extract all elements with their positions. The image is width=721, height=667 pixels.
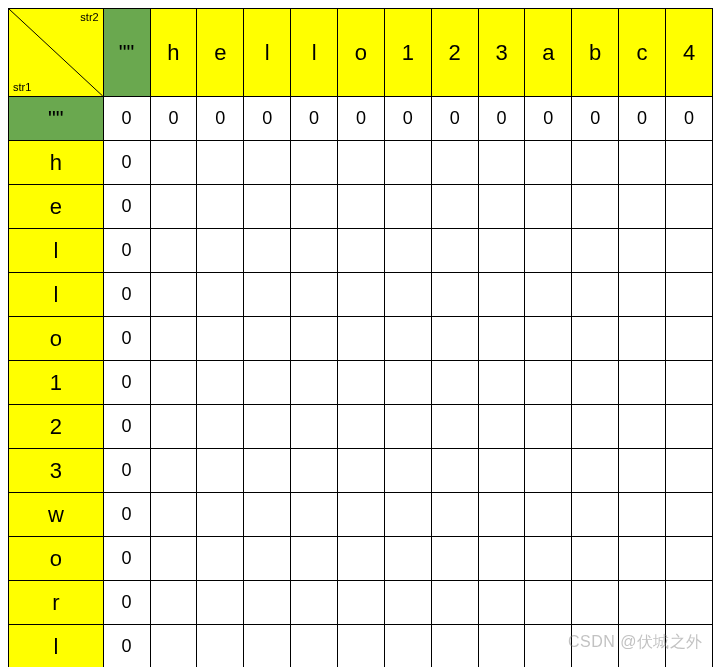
grid-cell-empty <box>384 405 431 449</box>
col-header-cell: h <box>150 9 197 97</box>
grid-cell-value: 0 <box>666 97 713 141</box>
row-header-cell: r <box>9 581 104 625</box>
dp-grid-table: str2 str1 ""hello123abc4 ""0000000000000… <box>8 8 713 667</box>
col-header-cell: e <box>197 9 244 97</box>
grid-cell-empty <box>431 229 478 273</box>
grid-cell-empty <box>478 361 525 405</box>
grid-cell-empty <box>150 625 197 668</box>
grid-cell-empty <box>431 625 478 668</box>
grid-cell-empty <box>478 581 525 625</box>
grid-cell-empty <box>291 581 338 625</box>
grid-cell-empty <box>619 317 666 361</box>
grid-cell-empty <box>244 581 291 625</box>
grid-cell-empty <box>291 317 338 361</box>
col-header-cell: l <box>291 9 338 97</box>
grid-cell-empty <box>150 273 197 317</box>
row-header-cell: l <box>9 229 104 273</box>
grid-cell-value: 0 <box>103 493 150 537</box>
grid-cell-empty <box>197 141 244 185</box>
grid-cell-empty <box>572 229 619 273</box>
grid-cell-empty <box>525 581 572 625</box>
grid-cell-empty <box>478 141 525 185</box>
grid-cell-empty <box>150 141 197 185</box>
grid-cell-empty <box>384 141 431 185</box>
col-header-cell: 2 <box>431 9 478 97</box>
grid-cell-empty <box>150 361 197 405</box>
grid-cell-empty <box>666 405 713 449</box>
grid-cell-empty <box>525 537 572 581</box>
grid-cell-empty <box>338 361 385 405</box>
grid-cell-value: 0 <box>103 229 150 273</box>
grid-cell-value: 0 <box>103 581 150 625</box>
grid-cell-empty <box>244 493 291 537</box>
grid-cell-empty <box>431 361 478 405</box>
grid-cell-empty <box>197 185 244 229</box>
grid-cell-value: 0 <box>103 537 150 581</box>
grid-cell-empty <box>150 493 197 537</box>
table-row: o0 <box>9 317 713 361</box>
grid-cell-empty <box>338 581 385 625</box>
grid-cell-empty <box>619 625 666 668</box>
grid-cell-empty <box>384 449 431 493</box>
grid-cell-value: 0 <box>572 97 619 141</box>
grid-cell-empty <box>384 581 431 625</box>
grid-cell-empty <box>150 449 197 493</box>
grid-cell-empty <box>525 405 572 449</box>
grid-cell-empty <box>666 185 713 229</box>
grid-cell-empty <box>291 361 338 405</box>
grid-cell-value: 0 <box>478 97 525 141</box>
grid-cell-value: 0 <box>103 361 150 405</box>
col-header-cell: 3 <box>478 9 525 97</box>
grid-cell-empty <box>197 229 244 273</box>
grid-cell-empty <box>431 317 478 361</box>
grid-cell-empty <box>384 185 431 229</box>
grid-cell-value: 0 <box>150 97 197 141</box>
col-header-cell: o <box>338 9 385 97</box>
grid-cell-value: 0 <box>103 141 150 185</box>
grid-cell-empty <box>619 229 666 273</box>
grid-cell-empty <box>291 625 338 668</box>
grid-cell-empty <box>244 273 291 317</box>
grid-cell-empty <box>619 405 666 449</box>
table-row: l0 <box>9 273 713 317</box>
col-header-cell: b <box>572 9 619 97</box>
row-header-cell: o <box>9 317 104 361</box>
grid-cell-empty <box>666 229 713 273</box>
table-row: 10 <box>9 361 713 405</box>
grid-cell-empty <box>197 317 244 361</box>
grid-cell-empty <box>619 537 666 581</box>
grid-cell-empty <box>384 361 431 405</box>
row-header-cell: h <box>9 141 104 185</box>
grid-cell-empty <box>572 405 619 449</box>
col-header-cell: "" <box>103 9 150 97</box>
axis-label-str1: str1 <box>13 82 31 93</box>
grid-cell-empty <box>572 141 619 185</box>
grid-cell-empty <box>525 273 572 317</box>
table-row: 30 <box>9 449 713 493</box>
grid-cell-empty <box>150 185 197 229</box>
grid-cell-empty <box>478 185 525 229</box>
col-header-cell: c <box>619 9 666 97</box>
grid-cell-empty <box>197 581 244 625</box>
grid-cell-empty <box>525 185 572 229</box>
axis-label-str2: str2 <box>80 12 98 23</box>
grid-cell-value: 0 <box>103 449 150 493</box>
col-header-cell: l <box>244 9 291 97</box>
grid-cell-empty <box>197 625 244 668</box>
grid-cell-empty <box>619 185 666 229</box>
table-row: w0 <box>9 493 713 537</box>
row-header-cell: 1 <box>9 361 104 405</box>
grid-cell-empty <box>572 625 619 668</box>
grid-cell-empty <box>478 449 525 493</box>
grid-cell-empty <box>244 317 291 361</box>
grid-cell-empty <box>666 317 713 361</box>
grid-cell-empty <box>384 493 431 537</box>
axis-corner-cell: str2 str1 <box>9 9 104 97</box>
grid-cell-empty <box>572 493 619 537</box>
grid-cell-empty <box>338 317 385 361</box>
grid-cell-empty <box>431 449 478 493</box>
grid-cell-value: 0 <box>244 97 291 141</box>
grid-cell-value: 0 <box>197 97 244 141</box>
grid-cell-empty <box>384 273 431 317</box>
grid-cell-empty <box>384 317 431 361</box>
